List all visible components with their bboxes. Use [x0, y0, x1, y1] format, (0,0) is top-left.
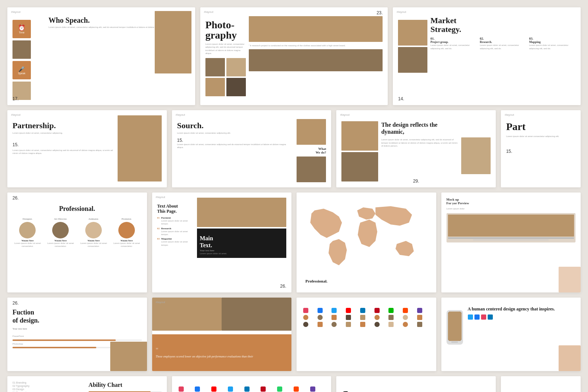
icon-1 — [303, 315, 308, 320]
slide-design-reflects: #layout The design reflects the dynamic,… — [336, 110, 496, 187]
ability-tag: 01 Branding — [12, 381, 86, 384]
slide-tag: #layout — [11, 10, 21, 14]
main-text-photo-top — [197, 198, 287, 227]
slide-number-23: 23. — [377, 10, 383, 15]
photo-grid-2 — [226, 58, 246, 76]
icon-3 — [331, 315, 337, 320]
icon-2 — [318, 315, 323, 320]
icon2-reddit — [294, 386, 299, 392]
slide-tag-photo: #layout — [204, 10, 214, 14]
employees-quote-box: " These employees scored lower on object… — [152, 334, 292, 371]
fuction-subtitle: Your text here — [12, 327, 142, 330]
world-map-svg — [305, 201, 427, 274]
icon-14 — [360, 322, 365, 327]
slide-professional: 26. Professional. Designer. Watatu Yuve … — [7, 193, 147, 292]
icon-pinterest — [374, 308, 380, 313]
ability-label-1: 02 Typography — [12, 385, 86, 387]
sou-title: Sou — [341, 389, 491, 392]
world-vector-title: Professional. — [305, 279, 427, 284]
market-strategy-title: MarketStrategy. — [430, 16, 576, 34]
photo-right-top — [249, 16, 383, 42]
partnership-lorem1: Lorem ipsum dolor sit amet, consectetur … — [12, 132, 115, 134]
fuction-skill-1-label: PowerPoint — [12, 335, 142, 338]
mock-up-lorem: Lorem ipsum dolor — [447, 207, 576, 210]
icon-17 — [403, 322, 408, 327]
icon-12 — [331, 322, 337, 327]
market-photo-top — [398, 20, 427, 46]
icon-15 — [374, 322, 380, 327]
icon-linkedin — [360, 308, 365, 313]
sourch-lorem2: Lorem ipsum dolor sit amet, consectetur … — [177, 143, 290, 149]
professional-art-director: Art Director. Watatu Yuve Lorem ipsum do… — [46, 217, 76, 248]
icon2-instagram — [179, 386, 184, 392]
design-reflects-lorem: Lorem ipsum dolor sit amet, consectetur … — [381, 138, 458, 147]
photography-lorem: Lorem ipsum dolor sit amet, consectetur … — [205, 43, 246, 55]
human-centered-title: A human centered design agency that insp… — [468, 306, 576, 312]
photo-grid-4 — [226, 78, 246, 96]
icon-16 — [388, 322, 394, 327]
sourch-lorem1: Lorem ipsum dolor sit amet, consectetur … — [177, 132, 290, 134]
slide-sou-cut: Sou Lorem ipsum dolor sit amet consectet… — [336, 376, 496, 392]
icon-11 — [318, 322, 323, 327]
slide-fuction: 26. Fuctionof design. Your text here Pow… — [7, 298, 147, 371]
hc-icon-linkedin — [488, 314, 493, 320]
mock-up-accent — [559, 267, 581, 292]
icon2-twitch — [310, 386, 315, 392]
slide-tag-employees: #layout — [156, 301, 165, 304]
slide-ability-chart: 01 Branding 02 Typography 03 Design 04 R… — [7, 376, 167, 392]
market-col-2: 02. Research. Lorem ipsum dolor sit amet… — [480, 37, 526, 50]
fuction-fill-2 — [12, 347, 96, 348]
professional-animator: Animator. Watatu Yuve Lorem ipsum dolor … — [79, 217, 109, 248]
slide-these-employees: #layout " These employees scored lower o… — [152, 298, 292, 371]
slide-world-vector: Professional. — [297, 193, 436, 292]
sourch-photo-bottom — [297, 157, 326, 182]
slide-number-15b: 15. — [177, 138, 290, 143]
icon2-youtube — [211, 386, 216, 392]
icon-5 — [360, 315, 365, 320]
speak-icon-box: 🎤 Speak — [12, 61, 31, 79]
slide-tag-text: #layout — [156, 195, 165, 199]
icon-instagram — [303, 308, 308, 313]
fuction-title: Fuctionof design. — [12, 309, 142, 324]
slide-photography: #layout 23. Photo-graphy Lorem ipsum dol… — [200, 7, 388, 105]
slide-number-15a: 15. — [12, 142, 115, 147]
ability-label-2: 03 Design — [12, 388, 86, 391]
sourch-photo-top — [297, 119, 326, 145]
icon2-linkedin — [244, 386, 250, 392]
slide-number-15c: 15. — [506, 149, 576, 154]
icon-line — [388, 308, 394, 313]
slide-pro-cut — [501, 376, 581, 392]
main-text-title: MainText. — [200, 235, 284, 249]
part-title: Part — [506, 121, 576, 133]
photo-quote: " It research project is conducted on th… — [249, 44, 383, 47]
icon-7 — [388, 315, 394, 320]
design-photo-bottom — [341, 152, 378, 181]
slide-market-strategy: #layout MarketStrategy. 01. Project grou… — [393, 7, 581, 105]
slide-number-14: 14. — [398, 96, 404, 101]
design-reflects-title: The design reflects the dynamic, — [381, 121, 458, 135]
slide-text-about: #layout Text AboutThis Page. 01 Payment … — [152, 193, 292, 292]
icon-twitch — [417, 308, 422, 313]
photo-right-bottom — [249, 49, 383, 71]
market-col-1: 01. Project group. Lorem ipsum dolor sit… — [430, 37, 477, 50]
icon-13 — [346, 322, 351, 327]
professional-designer: Designer. Watatu Yuve Lorem ipsum dolor … — [12, 217, 43, 248]
photo-grid-3 — [205, 78, 225, 96]
professional-promotor: Promotor. Watatu Yuve Lorem ipsum dolor … — [112, 217, 142, 248]
hc-accent-box — [559, 345, 581, 371]
fuction-photo — [110, 342, 147, 371]
design-photo-right — [461, 137, 491, 174]
sourch-subtitle: WhatWe do? — [316, 147, 326, 154]
slide-sourch: #layout Sourch. Lorem ipsum dolor sit am… — [172, 110, 331, 187]
part-lorem: Lorem ipsum dolor sit amet consectetur a… — [506, 135, 576, 138]
main-text-subtitle: Your text here — [200, 249, 284, 252]
icon2-whatsapp — [277, 386, 282, 392]
icon-8 — [403, 315, 408, 320]
market-photo-bottom — [398, 47, 427, 73]
design-photo-top — [341, 121, 378, 151]
icon2-facebook — [195, 386, 200, 392]
slide-tag-market: #layout — [397, 10, 406, 14]
slide-tag-design: #layout — [340, 113, 349, 116]
icon2-pinterest — [261, 386, 266, 392]
hc-icon-instagram — [481, 314, 486, 320]
